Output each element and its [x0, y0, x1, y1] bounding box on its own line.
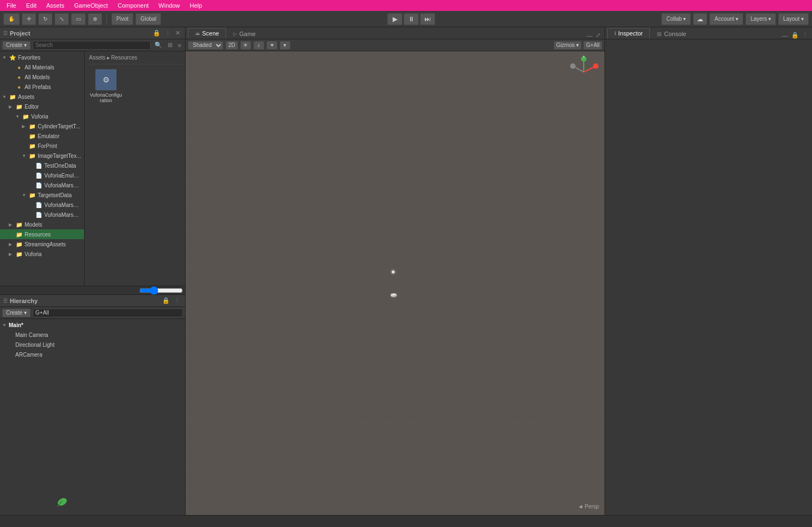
ar-camera-item[interactable]: ARCamera	[0, 350, 185, 359]
all-materials-item[interactable]: ● All Materials	[0, 62, 84, 72]
editor-item[interactable]: ▶ 📁 Editor	[0, 102, 84, 111]
cylindertarget-item[interactable]: ▶ 📁 CylinderTargetT...	[0, 121, 84, 131]
project-menu-btn[interactable]: ⋮	[163, 29, 173, 37]
project-list-btn[interactable]: ≡	[176, 42, 183, 49]
pivot-btn[interactable]: Pivot	[111, 13, 133, 25]
inspector-tab-bar: ℹ Inspector ▤ Console — 🔒 ⋮	[605, 27, 812, 39]
status-bar	[0, 515, 812, 527]
menu-help[interactable]: Help	[185, 0, 206, 11]
project-size-slider[interactable]	[139, 286, 183, 295]
scene-root-item[interactable]: ▼ Main*	[0, 320, 185, 330]
hierarchy-menu-btn[interactable]: ⋮	[173, 297, 182, 304]
project-panel-header: ☰ Project 🔒 ⋮ ✕	[0, 27, 185, 39]
scene-gizmo[interactable]: Y	[567, 56, 600, 88]
vuforia-config-thumb: ⚙	[95, 69, 117, 91]
hierarchy-create-btn[interactable]: Create ▾	[2, 309, 31, 317]
console-tab[interactable]: ▤ Console	[650, 28, 693, 39]
testonedata-item[interactable]: 📄 TestOneData	[0, 161, 84, 170]
menu-gameobject[interactable]: GameObject	[70, 0, 112, 11]
main-camera-item[interactable]: Main Camera	[0, 330, 185, 340]
audio-btn[interactable]: ♪	[253, 41, 264, 50]
game-tab[interactable]: ▷ Game	[226, 28, 263, 39]
pause-btn[interactable]: ⏸	[404, 13, 419, 25]
project-create-btn[interactable]: Create ▾	[2, 41, 31, 50]
inspector-lock-btn[interactable]: 🔒	[790, 32, 801, 39]
menu-edit[interactable]: Edit	[22, 0, 41, 11]
project-tree: ▼ ⭐ Favorites ● All Materials ● All Mode…	[0, 51, 85, 286]
all-filter-btn[interactable]: G+All	[583, 41, 602, 50]
scene-minimize-btn[interactable]: —	[585, 32, 594, 39]
gizmos-btn[interactable]: Gizmos ▾	[554, 41, 582, 50]
project-search-input[interactable]	[33, 41, 151, 50]
all-prefabs-item[interactable]: ● All Prefabs	[0, 82, 84, 92]
vuforia-config-file[interactable]: ⚙ VuforiaConfiguration	[87, 67, 125, 105]
all-models-item[interactable]: ● All Models	[0, 72, 84, 82]
models-item[interactable]: ▶ 📁 Models	[0, 220, 84, 229]
svg-point-6	[593, 63, 598, 69]
resources-label: Resources	[25, 232, 51, 238]
scene-maximize-btn[interactable]: ⤢	[594, 32, 602, 39]
inspector-minimize-btn[interactable]: —	[780, 32, 790, 39]
shading-select[interactable]: Shaded	[188, 41, 223, 50]
inspector-tab[interactable]: ℹ Inspector	[607, 28, 650, 39]
vuforia-item[interactable]: ▼ 📁 Vuforia	[0, 111, 84, 121]
vuforiamars-e-item[interactable]: 📄 VuforiaMars_E...	[0, 180, 84, 190]
editor-folder-icon: 📁	[15, 103, 23, 110]
2d-mode-btn[interactable]: 2D	[226, 41, 238, 50]
emulator-label: Emulator	[38, 133, 60, 139]
menu-component[interactable]: Component	[113, 0, 153, 11]
forprint-label: ForPrint	[38, 143, 57, 149]
vuforiaemulat-item[interactable]: 📄 VuforiaEmulat...	[0, 170, 84, 180]
targetsetdata-item[interactable]: ▼ 📁 TargetsetData	[0, 190, 84, 200]
move-tool-btn[interactable]: ✛	[22, 13, 36, 25]
inspector-menu-btn[interactable]: ⋮	[801, 32, 810, 39]
cloud-btn[interactable]: ☁	[693, 13, 707, 25]
scene-view[interactable]: Y ◄ Persp	[186, 51, 604, 515]
project-panel: ☰ Project 🔒 ⋮ ✕ Create ▾ 🔍 ⊞ ≡	[0, 27, 185, 295]
rotate-tool-btn[interactable]: ↻	[38, 13, 52, 25]
step-btn[interactable]: ⏭	[420, 13, 435, 25]
menu-assets[interactable]: Assets	[42, 0, 69, 11]
scene-extra-btn[interactable]: ▾	[280, 41, 291, 50]
directional-light-item[interactable]: Directional Light	[0, 340, 185, 350]
vuforiamars-mo-item[interactable]: 📄 VuforiaMars_Mo...	[0, 200, 84, 210]
project-lock-btn[interactable]: 🔒	[151, 29, 162, 37]
global-btn[interactable]: Global	[135, 13, 161, 25]
hierarchy-panel-controls: 🔒 ⋮	[161, 297, 182, 304]
scene-root-arrow: ▼	[2, 323, 9, 328]
scene-tab[interactable]: ⛰ Scene	[188, 28, 226, 39]
menu-window[interactable]: Window	[154, 0, 184, 11]
transform-tool-btn[interactable]: ⊕	[88, 13, 102, 25]
rect-tool-btn[interactable]: ▭	[71, 13, 86, 25]
emulator-item[interactable]: 📁 Emulator	[0, 131, 84, 141]
play-btn[interactable]: ▶	[387, 13, 402, 25]
layout-btn[interactable]: Layout ▾	[778, 13, 809, 25]
imagetargettex-item[interactable]: ▼ 📁 ImageTargetTex...	[0, 151, 84, 161]
account-btn[interactable]: Account ▾	[709, 13, 743, 25]
project-grid-btn[interactable]: ⊞	[166, 42, 174, 49]
forprint-item[interactable]: 📁 ForPrint	[0, 141, 84, 151]
streamingassets-item[interactable]: ▶ 📁 StreamingAssets	[0, 239, 84, 249]
all-prefabs-label: All Prefabs	[25, 84, 51, 90]
hierarchy-search-input[interactable]	[33, 309, 183, 317]
hand-tool-btn[interactable]: ✋	[3, 13, 20, 25]
lighting-btn[interactable]: ☀	[240, 41, 251, 50]
hierarchy-lock-btn[interactable]: 🔒	[161, 297, 171, 304]
play-controls: ▶ ⏸ ⏭	[387, 13, 435, 25]
vfx-btn[interactable]: ✦	[266, 41, 277, 50]
vuforiamars-mo-label: VuforiaMars_Mo...	[44, 202, 82, 208]
resources-item[interactable]: 📁 Resources	[0, 229, 84, 239]
collab-btn[interactable]: Collab ▾	[661, 13, 691, 25]
vuforiamars-vuf-item[interactable]: 📄 VuforiaMars_Vuf...	[0, 210, 84, 220]
layers-btn[interactable]: Layers ▾	[745, 13, 776, 25]
left-panel: ☰ Project 🔒 ⋮ ✕ Create ▾ 🔍 ⊞ ≡	[0, 27, 186, 515]
project-icon: ☰	[3, 31, 8, 36]
assets-group[interactable]: ▼ 📁 Assets	[0, 92, 84, 102]
scale-tool-btn[interactable]: ⤡	[55, 13, 69, 25]
vuforia-root-label: Vuforia	[25, 251, 42, 257]
vuforia-root-item[interactable]: ▶ 📁 Vuforia	[0, 249, 84, 259]
project-close-btn[interactable]: ✕	[174, 29, 182, 37]
menu-file[interactable]: File	[2, 0, 21, 11]
favorites-group[interactable]: ▼ ⭐ Favorites	[0, 52, 84, 62]
all-models-label: All Models	[25, 74, 50, 80]
